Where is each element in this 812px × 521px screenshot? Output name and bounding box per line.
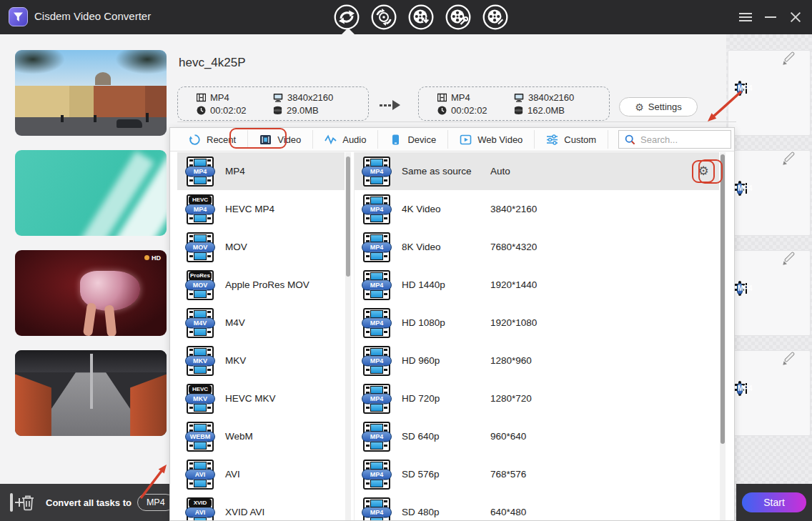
preset-label: HD 960p (402, 355, 479, 366)
task-card: MP4 (728, 350, 811, 436)
format-row[interactable]: MOV MOV (177, 228, 345, 266)
start-button[interactable]: Start (742, 492, 806, 512)
window-controls (739, 0, 802, 34)
titlebar: Cisdem Video Converter (0, 0, 812, 34)
preset-row[interactable]: MP4 4K Video 3840*2160 (355, 190, 719, 228)
tab-recent[interactable]: Recent (177, 130, 248, 149)
edit-pencil-icon[interactable] (784, 152, 796, 163)
edit-pencil-icon[interactable] (784, 51, 796, 63)
storage-icon (273, 106, 282, 115)
convert-format-dropdown[interactable]: MP4 (137, 494, 174, 511)
format-row[interactable]: WEBM WebM (177, 417, 345, 455)
header-separator (177, 121, 736, 122)
preset-label: HD 1440p (402, 279, 479, 290)
preset-label: HD 1080p (402, 317, 479, 328)
preset-row[interactable]: MP4 HD 720p 1280*720 (355, 379, 719, 417)
minimize-button[interactable] (765, 16, 776, 18)
street (15, 117, 167, 136)
sliders-icon (546, 134, 558, 146)
edit-mode-icon[interactable] (482, 4, 509, 31)
video-thumbnail-2[interactable] (15, 150, 167, 236)
output-format-icon[interactable]: MP4 (738, 81, 741, 96)
edit-pencil-icon[interactable] (784, 352, 796, 363)
format-row[interactable]: HEVC MKV HEVC MKV (177, 379, 345, 417)
output-format-icon[interactable]: MP4 (738, 181, 741, 196)
preset-resolution: 768*576 (490, 469, 526, 480)
format-icon: WEBM (187, 422, 214, 452)
output-format-icon[interactable]: MP4 (738, 381, 741, 396)
video-thumbnail-1[interactable] (15, 50, 167, 136)
format-row[interactable]: AVI AVI (177, 455, 345, 493)
task-card: MP4 (728, 50, 811, 136)
tab-video[interactable]: Video (248, 130, 313, 149)
format-label: MOV (225, 242, 247, 252)
search-input[interactable] (640, 134, 719, 145)
preset-resolution: 640*480 (490, 507, 526, 517)
preset-row[interactable]: MP4 SD 480p 640*480 (355, 493, 719, 520)
source-info-box: MP4 3840x2160 00:02:02 29.0MB (177, 86, 369, 121)
task-output-column: MP4 MP4 MP4 (726, 34, 812, 521)
preset-row[interactable]: MP4 HD 1440p 1920*1440 (355, 266, 719, 304)
task-card: MP4 (728, 150, 811, 236)
monitor-icon (273, 93, 283, 102)
preset-row[interactable]: MP4 SD 576p 768*576 (355, 455, 719, 493)
preset-list-scrollbar[interactable] (720, 152, 726, 520)
monitor-icon (514, 93, 524, 102)
preset-row[interactable]: MP4 SD 640p 960*640 (355, 417, 719, 455)
preset-icon: MP4 (363, 384, 390, 414)
preset-icon: MP4 (363, 232, 390, 262)
train (130, 374, 167, 436)
preset-icon: MP4 (363, 194, 390, 224)
output-format: MP4 (437, 91, 514, 104)
preset-resolution: 1920*1080 (490, 317, 537, 328)
video-thumbnail-4[interactable] (15, 350, 167, 436)
app-window: HD MP4 MP4 (0, 0, 812, 521)
search-box (618, 130, 731, 149)
format-row[interactable]: MP4 MP4 (177, 152, 345, 190)
preset-label: SD 576p (402, 469, 479, 480)
preset-row[interactable]: MP4 HD 1080p 1920*1080 (355, 304, 719, 342)
rip-disc-mode-icon[interactable] (370, 4, 397, 31)
source-duration: 00:02:02 (197, 104, 273, 116)
film-icon (197, 93, 206, 102)
download-mode-icon[interactable] (407, 4, 435, 31)
menu-icon[interactable] (739, 13, 752, 21)
app-title: Cisdem Video Converter (34, 10, 151, 22)
format-icon: M4V (187, 308, 214, 338)
convert-mode-icon[interactable] (333, 4, 360, 31)
format-row[interactable]: M4V M4V (177, 304, 345, 342)
format-label: Apple ProRes MOV (225, 279, 310, 290)
preset-resolution: Auto (490, 166, 510, 177)
output-size: 162.0MB (514, 104, 602, 116)
preset-settings-gear[interactable]: ⚙ (692, 160, 715, 183)
tab-web-video[interactable]: Web Video (448, 130, 535, 149)
format-row[interactable]: HEVC MP4 HEVC MP4 (177, 190, 345, 228)
preset-icon: MP4 (363, 460, 390, 490)
format-row[interactable]: XVID AVI XVID AVI (177, 493, 345, 520)
preset-row[interactable]: MP4 8K Video 7680*4320 (355, 228, 719, 266)
close-button[interactable] (789, 11, 802, 24)
video-thumbnail-3[interactable]: HD (15, 250, 167, 336)
tab-custom[interactable]: Custom (535, 130, 608, 149)
preset-resolution: 1280*720 (490, 393, 532, 404)
format-label: M4V (225, 317, 245, 328)
tab-audio[interactable]: Audio (313, 130, 378, 149)
output-format-icon[interactable]: MP4 (738, 281, 741, 296)
task-filename: hevc_4k25P (179, 56, 246, 70)
edit-pencil-icon[interactable] (784, 252, 796, 263)
format-row[interactable]: MKV MKV (177, 342, 345, 379)
preset-label: Same as source (402, 166, 479, 177)
preset-icon: MP4 (363, 346, 390, 376)
preset-row[interactable]: MP4 HD 960p 1280*960 (355, 342, 719, 379)
format-list-scrollbar[interactable] (345, 152, 351, 520)
add-file-button[interactable] (10, 493, 13, 512)
toolbox-mode-icon[interactable] (445, 4, 472, 31)
preset-icon: MP4 (363, 422, 390, 452)
preset-resolution: 960*640 (490, 431, 526, 442)
preset-row[interactable]: MP4 Same as source Auto ⚙ (355, 152, 719, 190)
storage-icon (514, 106, 523, 115)
preset-icon: MP4 (363, 308, 390, 338)
tab-device[interactable]: Device (378, 130, 448, 149)
format-row[interactable]: ProRes MOV Apple ProRes MOV (177, 266, 345, 304)
settings-button[interactable]: ⚙ Settings (619, 97, 698, 116)
